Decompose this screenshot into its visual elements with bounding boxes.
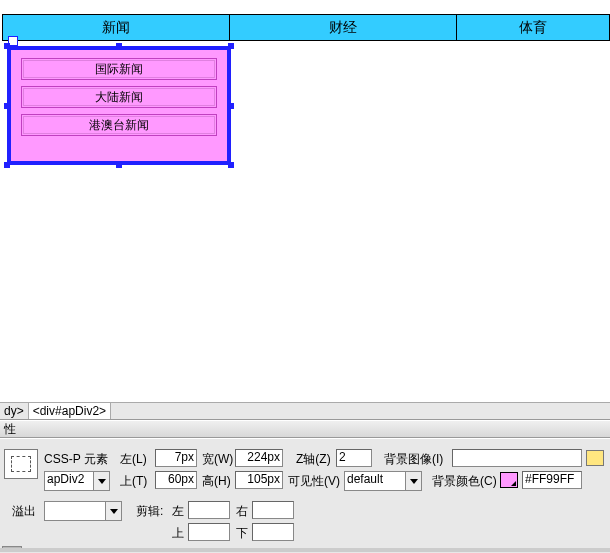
submenu-item[interactable]: 大陆新闻: [21, 86, 217, 108]
bottom-strip: [0, 548, 610, 552]
csselement-icon: [4, 449, 38, 479]
visibility-value: default: [347, 472, 383, 486]
clip-right-label: 右: [236, 503, 248, 520]
width-label: 宽(W): [202, 451, 233, 468]
submenu-item[interactable]: 国际新闻: [21, 58, 217, 80]
clip-label: 剪辑:: [136, 503, 163, 520]
apdiv2[interactable]: 国际新闻 大陆新闻 港澳台新闻: [7, 46, 231, 165]
resize-handle-bl[interactable]: [4, 162, 10, 168]
nav-table: 新闻 财经 体育: [2, 14, 610, 41]
chevron-down-icon: [405, 472, 421, 490]
bgimage-label: 背景图像(I): [384, 451, 443, 468]
chevron-down-icon: [93, 472, 109, 490]
resize-handle-ml[interactable]: [4, 103, 10, 109]
properties-panel-header[interactable]: 性: [0, 420, 610, 438]
clip-left-label: 左: [172, 503, 184, 520]
tag-selector-bar[interactable]: dy> <div#apDiv2>: [0, 402, 610, 420]
id-select[interactable]: apDiv2: [44, 471, 110, 491]
height-input[interactable]: 105px: [235, 471, 283, 489]
submenu-item-label: 大陆新闻: [23, 88, 215, 106]
nav-tab-sports[interactable]: 体育: [457, 15, 610, 41]
resize-handle-tm[interactable]: [116, 43, 122, 49]
tag-apdiv2[interactable]: <div#apDiv2>: [29, 403, 111, 419]
bgimage-browse-icon[interactable]: [586, 450, 604, 466]
submenu-item-label: 港澳台新闻: [23, 116, 215, 134]
overflow-label: 溢出: [12, 503, 36, 520]
top-input[interactable]: 60px: [155, 471, 197, 489]
nav-tab-news[interactable]: 新闻: [3, 15, 230, 41]
resize-handle-br[interactable]: [228, 162, 234, 168]
clip-top-label: 上: [172, 525, 184, 542]
bgimage-input[interactable]: [452, 449, 582, 467]
visibility-label: 可见性(V): [288, 473, 340, 490]
chevron-down-icon: [105, 502, 121, 520]
z-input[interactable]: 2: [336, 449, 372, 467]
overflow-select[interactable]: [44, 501, 122, 521]
clip-bottom-input[interactable]: [252, 523, 294, 541]
submenu-item-label: 国际新闻: [23, 60, 215, 78]
design-canvas[interactable]: 新闻 财经 体育 国际新闻 大陆新闻 港澳台新闻: [0, 0, 610, 400]
z-label: Z轴(Z): [296, 451, 331, 468]
clip-right-input[interactable]: [252, 501, 294, 519]
height-label: 高(H): [202, 473, 231, 490]
visibility-select[interactable]: default: [344, 471, 422, 491]
clip-left-input[interactable]: [188, 501, 230, 519]
resize-handle-tr[interactable]: [228, 43, 234, 49]
bgcolor-label: 背景颜色(C): [432, 473, 497, 490]
resize-handle-tl[interactable]: [4, 43, 10, 49]
nav-tab-finance[interactable]: 财经: [230, 15, 457, 41]
clip-bottom-label: 下: [236, 525, 248, 542]
properties-panel: CSS-P 元素 左(L) 7px 宽(W) 224px Z轴(Z) 2 背景图…: [0, 438, 610, 553]
tag-body[interactable]: dy>: [0, 403, 29, 419]
top-label: 上(T): [120, 473, 147, 490]
apdiv-selection[interactable]: 国际新闻 大陆新闻 港澳台新闻: [7, 46, 231, 165]
properties-panel-title: 性: [4, 421, 16, 438]
resize-handle-mr[interactable]: [228, 103, 234, 109]
left-input[interactable]: 7px: [155, 449, 197, 467]
submenu-item[interactable]: 港澳台新闻: [21, 114, 217, 136]
clip-top-input[interactable]: [188, 523, 230, 541]
id-select-value: apDiv2: [47, 472, 84, 486]
resize-handle-bm[interactable]: [116, 162, 122, 168]
bgcolor-input[interactable]: #FF99FF: [522, 471, 582, 489]
cssp-label: CSS-P 元素: [44, 451, 108, 468]
left-label: 左(L): [120, 451, 147, 468]
width-input[interactable]: 224px: [235, 449, 283, 467]
bgcolor-swatch[interactable]: [500, 472, 518, 488]
